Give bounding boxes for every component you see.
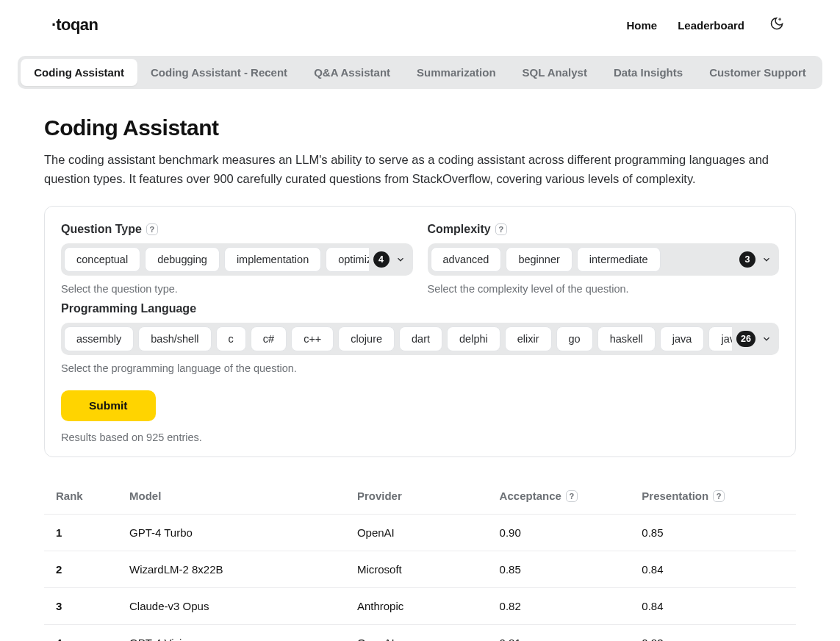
header-presentation: Presentation (642, 490, 708, 502)
language-count: 26 (736, 331, 755, 347)
cell-acceptance: 0.90 (500, 526, 642, 539)
nav-home[interactable]: Home (626, 19, 657, 32)
cell-presentation: 0.84 (642, 600, 784, 612)
cell-provider: Microsoft (357, 563, 500, 576)
cell-acceptance: 0.81 (500, 637, 642, 641)
chevron-down-icon[interactable] (761, 254, 772, 265)
question-type-chips: conceptual debugging implementation opti… (64, 247, 369, 272)
chip-elixir[interactable]: elixir (505, 326, 552, 351)
cell-rank: 1 (56, 526, 129, 539)
complexity-select[interactable]: advanced beginner intermediate 3 (428, 243, 780, 276)
cell-model: Claude-v3 Opus (129, 600, 357, 612)
cell-model: GPT-4 Turbo (129, 526, 357, 539)
header-rank: Rank (56, 490, 129, 502)
question-type-hint: Select the question type. (61, 283, 413, 295)
chip-implementation[interactable]: implementation (224, 247, 321, 272)
chip-c[interactable]: c (216, 326, 246, 351)
chip-dart[interactable]: dart (399, 326, 442, 351)
chip-assembly[interactable]: assembly (64, 326, 134, 351)
chip-clojure[interactable]: clojure (338, 326, 395, 351)
language-hint: Select the programming language of the q… (61, 362, 779, 374)
tab-coding-assistant[interactable]: Coding Assistant (21, 59, 137, 86)
header-presentation-wrap: Presentation ? (642, 490, 784, 502)
tab-coding-assistant-recent[interactable]: Coding Assistant - Recent (137, 59, 301, 86)
cell-acceptance: 0.82 (500, 600, 642, 612)
chip-delphi[interactable]: delphi (447, 326, 500, 351)
chip-advanced[interactable]: advanced (431, 247, 502, 272)
chip-optimization[interactable]: optimization (326, 247, 368, 272)
tabs-wrap: Coding Assistant Coding Assistant - Rece… (0, 43, 840, 89)
tab-summarization[interactable]: Summarization (403, 59, 509, 86)
theme-toggle[interactable] (765, 13, 789, 37)
moon-icon (769, 16, 784, 34)
page-title: Coding Assistant (44, 115, 796, 140)
language-chips: assembly bash/shell c c# c++ clojure dar… (64, 326, 732, 351)
tab-sql-analyst[interactable]: SQL Analyst (509, 59, 600, 86)
cell-provider: Anthropic (357, 600, 500, 612)
chip-debugging[interactable]: debugging (145, 247, 220, 272)
filter-complexity: Complexity ? advanced beginner intermedi… (428, 223, 780, 295)
tabs: Coding Assistant Coding Assistant - Rece… (18, 56, 822, 89)
cell-presentation: 0.85 (642, 526, 784, 539)
tab-customer-support[interactable]: Customer Support (696, 59, 819, 86)
table-header: Rank Model Provider Acceptance ? Present… (44, 478, 796, 515)
chip-intermediate[interactable]: intermediate (577, 247, 661, 272)
chip-beginner[interactable]: beginner (506, 247, 572, 272)
header-model: Model (129, 490, 357, 502)
cell-model: WizardLM-2 8x22B (129, 563, 357, 576)
chip-go[interactable]: go (556, 326, 593, 351)
chip-java[interactable]: java (660, 326, 705, 351)
question-type-count: 4 (373, 251, 390, 268)
header-acceptance-wrap: Acceptance ? (500, 490, 642, 502)
question-type-help[interactable]: ? (146, 223, 158, 235)
question-type-label: Question Type (61, 223, 142, 236)
acceptance-help[interactable]: ? (566, 490, 578, 502)
presentation-help[interactable]: ? (713, 490, 725, 502)
cell-model: GPT-4 Vision (129, 637, 357, 641)
table-row: 4 GPT-4 Vision OpenAI 0.81 0.83 (44, 625, 796, 641)
complexity-count: 3 (739, 251, 755, 268)
header-provider: Provider (357, 490, 500, 502)
language-label: Programming Language (61, 302, 196, 315)
cell-rank: 2 (56, 563, 129, 576)
chip-haskell[interactable]: haskell (597, 326, 656, 351)
nav-leaderboard[interactable]: Leaderboard (678, 19, 744, 32)
filter-language: Programming Language assembly bash/shell… (61, 302, 779, 374)
content: Coding Assistant The coding assistant be… (0, 89, 840, 641)
table-row: 3 Claude-v3 Opus Anthropic 0.82 0.84 (44, 588, 796, 625)
complexity-help[interactable]: ? (495, 223, 507, 235)
cell-presentation: 0.84 (642, 563, 784, 576)
submit-button[interactable]: Submit (61, 390, 156, 421)
tab-data-insights[interactable]: Data Insights (600, 59, 696, 86)
tab-qa-assistant[interactable]: Q&A Assistant (301, 59, 403, 86)
page-description: The coding assistant benchmark measures … (44, 151, 796, 188)
results-table: Rank Model Provider Acceptance ? Present… (44, 478, 796, 641)
chevron-down-icon[interactable] (761, 334, 772, 344)
brand-text: toqan (56, 15, 98, 34)
chip-csharp[interactable]: c# (251, 326, 287, 351)
chip-bash-shell[interactable]: bash/shell (138, 326, 211, 351)
cell-provider: OpenAI (357, 526, 500, 539)
complexity-label: Complexity (428, 223, 491, 236)
table-row: 1 GPT-4 Turbo OpenAI 0.90 0.85 (44, 515, 796, 551)
cell-rank: 4 (56, 637, 129, 641)
table-row: 2 WizardLM-2 8x22B Microsoft 0.85 0.84 (44, 551, 796, 588)
complexity-chips: advanced beginner intermediate (431, 247, 736, 272)
header-acceptance: Acceptance (500, 490, 561, 502)
chip-cpp[interactable]: c++ (291, 326, 334, 351)
cell-rank: 3 (56, 600, 129, 612)
filter-question-type: Question Type ? conceptual debugging imp… (61, 223, 413, 295)
chevron-down-icon[interactable] (395, 254, 406, 265)
logo[interactable]: ·toqan (51, 15, 98, 35)
chip-javascript[interactable]: javascript (708, 326, 732, 351)
navbar: ·toqan Home Leaderboard (0, 0, 840, 43)
cell-provider: OpenAI (357, 637, 500, 641)
question-type-select[interactable]: conceptual debugging implementation opti… (61, 243, 413, 276)
language-select[interactable]: assembly bash/shell c c# c++ clojure dar… (61, 323, 779, 355)
nav-right: Home Leaderboard (626, 13, 789, 37)
filters-panel: Question Type ? conceptual debugging imp… (44, 206, 796, 457)
cell-acceptance: 0.85 (500, 563, 642, 576)
results-note: Results based on 925 entries. (61, 431, 779, 443)
complexity-hint: Select the complexity level of the quest… (428, 283, 780, 295)
chip-conceptual[interactable]: conceptual (64, 247, 140, 272)
